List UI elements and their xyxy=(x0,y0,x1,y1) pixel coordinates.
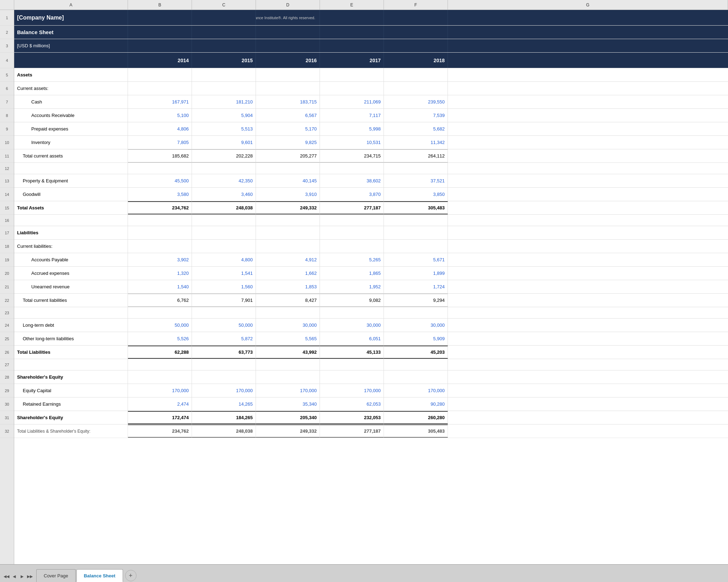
tab-add-sheet[interactable]: + xyxy=(125,570,136,581)
cell-ppe-2014[interactable]: 45,500 xyxy=(128,174,192,187)
col-header-c[interactable]: C xyxy=(192,0,256,10)
cell-ltd-2017[interactable]: 30,000 xyxy=(320,319,384,332)
cell-goodwill-2015[interactable]: 3,460 xyxy=(192,188,256,201)
cell-tcl-2014[interactable]: 6,762 xyxy=(128,294,192,307)
cell-inventory-2015[interactable]: 9,601 xyxy=(192,136,256,149)
cell-other-ltd-2015[interactable]: 5,872 xyxy=(192,332,256,345)
cell-other-ltd-2018[interactable]: 5,909 xyxy=(384,332,448,345)
cell-other-ltd-2017[interactable]: 6,051 xyxy=(320,332,384,345)
cell-re-2014[interactable]: 2,474 xyxy=(128,397,192,411)
cell-ap-2016[interactable]: 4,912 xyxy=(256,253,320,266)
cell-other-ltd-2014[interactable]: 5,526 xyxy=(128,332,192,345)
cell-goodwill-2016[interactable]: 3,910 xyxy=(256,188,320,201)
cell-tl-2016[interactable]: 43,992 xyxy=(256,346,320,359)
tab-nav-last[interactable]: ▶▶ xyxy=(26,573,33,580)
cell-ppe-2018[interactable]: 37,521 xyxy=(384,174,448,187)
cell-unearned-2014[interactable]: 1,540 xyxy=(128,280,192,293)
cell-cash-2016[interactable]: 183,715 xyxy=(256,95,320,108)
cell-accrued-2014[interactable]: 1,320 xyxy=(128,267,192,280)
cell-total-liabilities-label[interactable]: Total Liabilities xyxy=(14,346,128,359)
cell-accrued-label[interactable]: Accrued expenses xyxy=(14,267,128,280)
cell-unearned-2017[interactable]: 1,952 xyxy=(320,280,384,293)
cell-prepaid-2017[interactable]: 5,998 xyxy=(320,122,384,135)
cell-le-2014[interactable]: 234,762 xyxy=(128,425,192,438)
cell-company-name[interactable]: [Company Name] xyxy=(14,10,128,25)
cell-ap-label[interactable]: Accounts Payable xyxy=(14,253,128,266)
cell-ta-2016[interactable]: 249,332 xyxy=(256,201,320,214)
cell-tca-label[interactable]: Total current assets xyxy=(14,149,128,162)
cell-balance-sheet-title[interactable]: Balance Sheet xyxy=(14,26,128,39)
cell-goodwill-2014[interactable]: 3,580 xyxy=(128,188,192,201)
cell-ec-2018[interactable]: 170,000 xyxy=(384,384,448,397)
cell-cash-2015[interactable]: 181,210 xyxy=(192,95,256,108)
cell-ar-2014[interactable]: 5,100 xyxy=(128,109,192,122)
col-header-a[interactable]: A xyxy=(14,0,128,10)
cell-se-2016[interactable]: 205,340 xyxy=(256,411,320,424)
cell-le-2017[interactable]: 277,187 xyxy=(320,425,384,438)
cell-ap-2015[interactable]: 4,800 xyxy=(192,253,256,266)
cell-year-2017[interactable]: 2017 xyxy=(320,53,384,68)
cell-inventory-2014[interactable]: 7,805 xyxy=(128,136,192,149)
cell-ec-2017[interactable]: 170,000 xyxy=(320,384,384,397)
cell-ltd-2016[interactable]: 30,000 xyxy=(256,319,320,332)
cell-year-2016[interactable]: 2016 xyxy=(256,53,320,68)
cell-ta-2015[interactable]: 248,038 xyxy=(192,201,256,214)
cell-currency-label[interactable]: [USD $ millions] xyxy=(14,39,128,52)
cell-ec-2016[interactable]: 170,000 xyxy=(256,384,320,397)
cell-total-assets-label[interactable]: Total Assets xyxy=(14,201,128,214)
cell-ta-2017[interactable]: 277,187 xyxy=(320,201,384,214)
cell-inventory-2017[interactable]: 10,531 xyxy=(320,136,384,149)
cell-liabilities-label[interactable]: Liabilities xyxy=(14,226,128,239)
cell-ppe-2015[interactable]: 42,350 xyxy=(192,174,256,187)
tab-nav-next[interactable]: ▶ xyxy=(18,573,26,580)
cell-year-2014[interactable]: 2014 xyxy=(128,53,192,68)
cell-retained-earnings-label[interactable]: Retained Earnings xyxy=(14,397,128,411)
cell-accrued-2015[interactable]: 1,541 xyxy=(192,267,256,280)
cell-tca-2015[interactable]: 202,228 xyxy=(192,149,256,162)
cell-other-ltd-2016[interactable]: 5,565 xyxy=(256,332,320,345)
cell-tca-2017[interactable]: 234,715 xyxy=(320,149,384,162)
cell-other-ltd-label[interactable]: Other long-term liabilities xyxy=(14,332,128,345)
cell-tcl-2017[interactable]: 9,082 xyxy=(320,294,384,307)
cell-prepaid-2016[interactable]: 5,170 xyxy=(256,122,320,135)
cell-ppe-2016[interactable]: 40,145 xyxy=(256,174,320,187)
cell-tca-2018[interactable]: 264,112 xyxy=(384,149,448,162)
cell-se-2018[interactable]: 260,280 xyxy=(384,411,448,424)
cell-le-2016[interactable]: 249,332 xyxy=(256,425,320,438)
cell-tcl-2018[interactable]: 9,294 xyxy=(384,294,448,307)
cell-ar-2018[interactable]: 7,539 xyxy=(384,109,448,122)
col-header-f[interactable]: F xyxy=(384,0,448,10)
cell-year-2015[interactable]: 2015 xyxy=(192,53,256,68)
cell-re-2016[interactable]: 35,340 xyxy=(256,397,320,411)
cell-inventory-2016[interactable]: 9,825 xyxy=(256,136,320,149)
cell-se-heading-label[interactable]: Shareholder's Equity xyxy=(14,370,128,384)
cell-tca-2016[interactable]: 205,277 xyxy=(256,149,320,162)
cell-assets-label[interactable]: Assets xyxy=(14,68,128,81)
cell-year-2018[interactable]: 2018 xyxy=(384,53,448,68)
cell-unearned-2016[interactable]: 1,853 xyxy=(256,280,320,293)
cell-prepaid-2018[interactable]: 5,682 xyxy=(384,122,448,135)
cell-tl-2014[interactable]: 62,288 xyxy=(128,346,192,359)
cell-ar-label[interactable]: Accounts Receivable xyxy=(14,109,128,122)
cell-prepaid-2015[interactable]: 5,513 xyxy=(192,122,256,135)
cell-ar-2017[interactable]: 7,117 xyxy=(320,109,384,122)
cell-ap-2018[interactable]: 5,671 xyxy=(384,253,448,266)
cell-ta-2018[interactable]: 305,483 xyxy=(384,201,448,214)
tab-balance-sheet[interactable]: Balance Sheet xyxy=(76,569,123,582)
tab-nav-first[interactable]: ◀◀ xyxy=(3,573,10,580)
cell-le-2015[interactable]: 248,038 xyxy=(192,425,256,438)
col-header-b[interactable]: B xyxy=(128,0,192,10)
cell-ec-2014[interactable]: 170,000 xyxy=(128,384,192,397)
cell-cash-label[interactable]: Cash xyxy=(14,95,128,108)
cell-ppe-2017[interactable]: 38,602 xyxy=(320,174,384,187)
cell-tca-2014[interactable]: 185,682 xyxy=(128,149,192,162)
cell-ar-2016[interactable]: 6,567 xyxy=(256,109,320,122)
cell-ppe-label[interactable]: Property & Equipment xyxy=(14,174,128,187)
cell-ap-2014[interactable]: 3,902 xyxy=(128,253,192,266)
cell-accrued-2016[interactable]: 1,662 xyxy=(256,267,320,280)
cell-le-2018[interactable]: 305,483 xyxy=(384,425,448,438)
cell-ta-2014[interactable]: 234,762 xyxy=(128,201,192,214)
cell-tcl-label[interactable]: Total current liabilities xyxy=(14,294,128,307)
cell-cash-2017[interactable]: 211,069 xyxy=(320,95,384,108)
cell-accrued-2018[interactable]: 1,899 xyxy=(384,267,448,280)
